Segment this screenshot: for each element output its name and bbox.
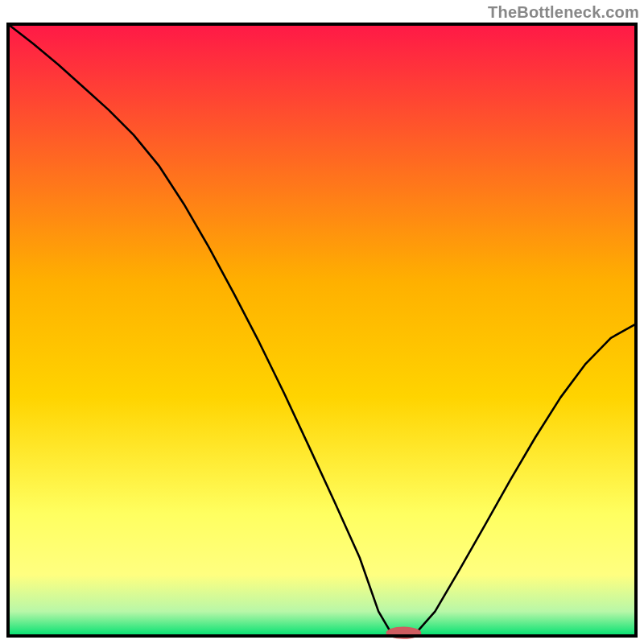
gradient-background xyxy=(8,24,636,636)
watermark: TheBottleneck.com xyxy=(488,3,639,22)
bottleneck-chart xyxy=(0,0,644,644)
chart-frame: { "watermark": { "text": "TheBottleneck.… xyxy=(0,0,644,644)
plot-area xyxy=(8,24,636,639)
